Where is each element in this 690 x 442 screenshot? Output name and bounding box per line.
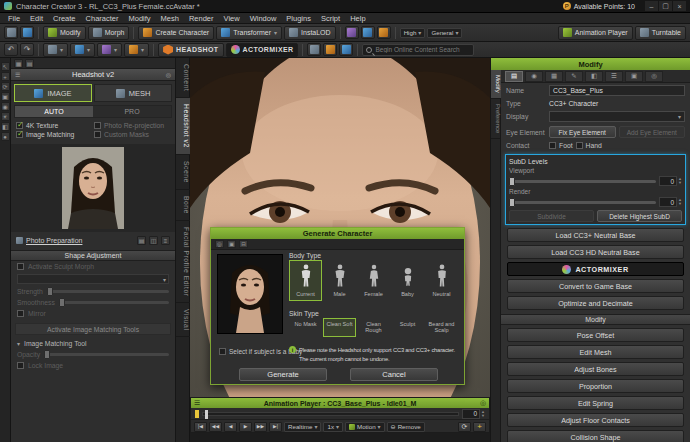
- side-tab-content[interactable]: Content: [176, 58, 190, 98]
- accessory-dropdown[interactable]: ▾: [97, 43, 122, 57]
- quality-dropdown[interactable]: High▾: [400, 28, 426, 38]
- menu-character[interactable]: Character: [81, 14, 124, 23]
- menu-script[interactable]: Script: [316, 14, 345, 23]
- sculpt-mirror-row[interactable]: Mirror: [11, 308, 175, 319]
- contact-foot-checkbox[interactable]: Foot: [549, 142, 573, 149]
- attribute-tab-icon[interactable]: ▤: [505, 71, 523, 82]
- search-input[interactable]: [375, 46, 470, 53]
- layout-grid-icon[interactable]: [4, 26, 18, 39]
- menu-render[interactable]: Render: [184, 14, 219, 23]
- loop-icon[interactable]: ⟳: [458, 422, 471, 432]
- prop-dropdown[interactable]: ▾: [124, 43, 149, 57]
- option-custom-masks[interactable]: Custom Masks: [94, 131, 170, 138]
- load-cc3plus-neutral-base-button[interactable]: Load CC3+ Neutral Base: [507, 228, 684, 242]
- tab-mesh[interactable]: MESH: [94, 84, 172, 102]
- rotate-icon[interactable]: ⟳: [1, 82, 10, 91]
- edit-tab-icon[interactable]: ✎: [565, 71, 583, 82]
- undo-icon[interactable]: ↶: [4, 43, 18, 56]
- menu-mesh[interactable]: Mesh: [156, 14, 184, 23]
- right-tab-preference[interactable]: Preference: [491, 99, 501, 139]
- camera-icon[interactable]: [307, 43, 321, 56]
- actormixer-button[interactable]: ACTORMIXER: [507, 262, 684, 276]
- source-photo[interactable]: [11, 144, 175, 232]
- menu-window[interactable]: Window: [245, 14, 282, 23]
- playhead[interactable]: [205, 410, 208, 419]
- mesh-tab-icon[interactable]: ▦: [545, 71, 563, 82]
- opacity-slider[interactable]: [44, 353, 169, 356]
- checkbox[interactable]: [17, 263, 24, 270]
- side-tab-scene[interactable]: Scene: [176, 155, 190, 190]
- display-tab-icon[interactable]: ▣: [625, 71, 643, 82]
- checkbox[interactable]: [576, 142, 583, 149]
- cloth-dropdown[interactable]: ▾: [70, 43, 95, 57]
- pin-icon[interactable]: ◎: [480, 399, 486, 407]
- minimize-button[interactable]: –: [645, 1, 658, 11]
- pin-icon[interactable]: ◎: [215, 240, 224, 248]
- go-to-end-button[interactable]: ▶|: [269, 422, 282, 432]
- side-tab-visual[interactable]: Visual: [176, 303, 190, 337]
- matching-lock-row[interactable]: Lock Image: [11, 360, 175, 371]
- contact-hand-checkbox[interactable]: Hand: [576, 142, 602, 149]
- name-field[interactable]: CC3_Base_Plus: [549, 85, 685, 96]
- shading-icon[interactable]: ◧: [1, 122, 10, 131]
- create-character-button[interactable]: Create Character: [138, 26, 214, 40]
- go-to-start-button[interactable]: |◀: [194, 422, 207, 432]
- focus-icon[interactable]: ●: [1, 132, 10, 141]
- render-subd-slider[interactable]: [509, 201, 656, 204]
- available-points-badge[interactable]: P Available Points: 10: [563, 2, 635, 10]
- folder-icon[interactable]: ▤: [137, 236, 146, 245]
- headshot-plugin-button[interactable]: HEADSHOT: [158, 43, 223, 57]
- option-image-matching[interactable]: ✓Image Matching: [16, 131, 92, 138]
- side-tab-bone[interactable]: Bone: [176, 190, 190, 221]
- convert-to-game-base-button[interactable]: Convert to Game Base: [507, 279, 684, 293]
- next-frame-button[interactable]: ▶▶: [254, 422, 267, 432]
- body-type-current[interactable]: Current: [289, 260, 322, 301]
- menu-modify[interactable]: Modify: [123, 14, 155, 23]
- skin-clean-soft[interactable]: Clean Soft: [323, 318, 356, 337]
- sculpt-mode-select[interactable]: ▾: [17, 274, 169, 284]
- tab-image[interactable]: IMAGE: [14, 84, 92, 102]
- cancel-button[interactable]: Cancel: [350, 368, 438, 381]
- close-button[interactable]: ×: [673, 1, 686, 11]
- mode-dropdown[interactable]: General▾: [427, 28, 462, 38]
- edit-mesh-button[interactable]: Edit Mesh: [507, 345, 684, 359]
- material-tab-icon[interactable]: ◉: [525, 71, 543, 82]
- cloth-icon[interactable]: [361, 26, 375, 39]
- reverse-play-button[interactable]: ◀: [224, 422, 237, 432]
- mask-icon[interactable]: ◫: [149, 236, 158, 245]
- redo-icon[interactable]: ↷: [20, 43, 34, 56]
- skin-no-mask[interactable]: No Mask: [289, 318, 322, 337]
- texture-tab-icon[interactable]: ◧: [585, 71, 603, 82]
- play-button[interactable]: ▶: [239, 422, 252, 432]
- animation-player-button[interactable]: Animation Player: [558, 26, 633, 40]
- motion-button[interactable]: Motion▾: [345, 422, 385, 432]
- adjust-floor-contacts-button[interactable]: Adjust Floor Contacts: [507, 413, 684, 427]
- menu-help[interactable]: Help: [345, 14, 370, 23]
- checkbox[interactable]: [549, 142, 556, 149]
- previous-frame-button[interactable]: ◀◀: [209, 422, 222, 432]
- light-tool-icon[interactable]: ☀: [1, 112, 10, 121]
- light-icon[interactable]: [323, 43, 337, 56]
- workspace-icon[interactable]: ▤: [25, 59, 34, 68]
- activate-sculpt-row[interactable]: Activate Sculpt Morph: [11, 261, 175, 272]
- menu-plugins[interactable]: Plugins: [281, 14, 316, 23]
- body-type-female[interactable]: Female: [357, 260, 390, 301]
- proportion-button[interactable]: Proportion: [507, 379, 684, 393]
- burger-icon[interactable]: ☰: [194, 399, 200, 407]
- camera-view-icon[interactable]: ◉: [1, 102, 10, 111]
- speed-dropdown[interactable]: 1x▾: [323, 422, 343, 432]
- optimize-and-decimate-button[interactable]: Optimize and Decimate: [507, 296, 684, 310]
- collision-shape-button[interactable]: Collision Shape: [507, 430, 684, 442]
- delete-icon[interactable]: ⊟: [239, 240, 248, 248]
- viewport-subd-spinner[interactable]: 0▲▼: [659, 176, 682, 186]
- camera-tab-icon[interactable]: ◎: [645, 71, 663, 82]
- subdivide-button[interactable]: Subdivide: [509, 210, 594, 222]
- list-tab-icon[interactable]: ☰: [605, 71, 623, 82]
- generate-button[interactable]: Generate: [239, 368, 327, 381]
- smoothness-slider[interactable]: [59, 301, 169, 304]
- render-subd-spinner[interactable]: 0▲▼: [659, 197, 682, 207]
- checkbox-checked[interactable]: ✓: [16, 131, 23, 138]
- animation-player-header[interactable]: ☰ Animation Player : CC3_Base_Plus - Idl…: [191, 398, 489, 408]
- dialog-header[interactable]: Generate Character: [211, 228, 464, 239]
- menu-create[interactable]: Create: [48, 14, 81, 23]
